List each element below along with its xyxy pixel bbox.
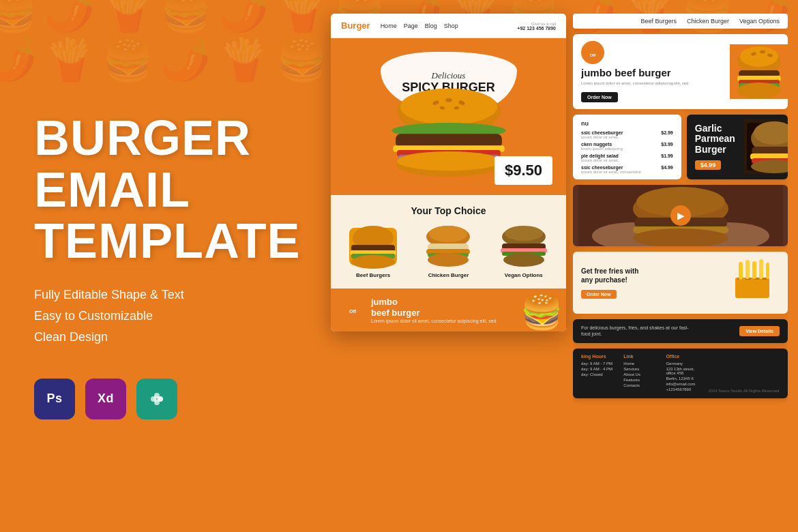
svg-rect-69: [752, 261, 756, 279]
fries-text: Get free fries with any purchase! Order …: [581, 267, 720, 299]
svg-point-24: [351, 255, 395, 269]
menu-item-2: cken nuggets lorem ipsum adipiscing $3.9…: [581, 142, 673, 151]
feature-item-2: Easy to Customizable: [34, 309, 286, 323]
main-title: BURGER EMAIL TEMPLATE: [34, 113, 286, 267]
fries-image: [725, 258, 780, 307]
card-jumbo-desc: Lorem ipsum dolor sit amet, consectetur …: [581, 81, 722, 85]
navbar: Burger Home Page Blog Shop Give us a cal…: [331, 14, 566, 38]
chicken-burger-label: Chicken Burger: [413, 272, 484, 278]
left-panel: BURGER EMAIL TEMPLATE Fully Editable Sha…: [0, 0, 321, 532]
card-garlic-title: Garlic Parmean Burger: [695, 123, 735, 155]
play-icon: ▶: [677, 210, 685, 221]
vegan-burger-img: [497, 224, 551, 269]
card-jumbo: 40% Off jumbo beef burger Lorem ipsum do…: [573, 34, 788, 109]
chicken-burger-img: [421, 224, 475, 269]
footer-col-office-title: Office: [666, 354, 701, 359]
card-jumbo-image: [730, 44, 788, 99]
svg-point-6: [400, 89, 497, 125]
svg-point-4: [154, 400, 160, 405]
svg-point-18: [397, 151, 501, 171]
footer-promo-title: jumbobeef burger: [371, 297, 497, 318]
top-nav-vegan[interactable]: Vegan Options: [739, 18, 780, 25]
card-jumbo-left: 40% Off jumbo beef burger Lorem ipsum do…: [573, 34, 730, 109]
menu-items: ssic cheeseburger ipsum dolor sit amet, …: [581, 130, 673, 174]
svg-point-30: [428, 253, 469, 267]
card-garlic-price: $4.99: [695, 160, 722, 170]
navbar-phone: Give us a call +92 123 456 7890: [517, 21, 556, 31]
footer-col-link: Link Home Services About Us Features Con…: [623, 354, 659, 393]
footer-info: king Hours day: 9 AM - 7 PM day: 9 AM - …: [573, 349, 788, 398]
mockup-left: Burger Home Page Blog Shop Give us a cal…: [331, 14, 566, 331]
footer-promo: 40% Off jumbobeef burger Lorem ipsum dol…: [331, 289, 566, 331]
beef-burger-img: [346, 224, 400, 269]
card-garlic-left: Garlic Parmean Burger $4.99: [687, 117, 743, 177]
footer-burger-emoji: 🍔: [520, 292, 563, 331]
menu-title: nu: [581, 120, 673, 127]
fries-title: Get free fries with any purchase!: [581, 267, 720, 284]
beef-burger-label: Beef Burgers: [338, 272, 409, 278]
footer-col-office: Office Germany 123 13th street, office 4…: [666, 354, 701, 393]
promo-badge: 40% Off: [341, 297, 364, 320]
hero-price: $9.50: [494, 156, 552, 185]
svg-point-36: [503, 253, 544, 267]
top-nav-beef[interactable]: Beef Burgers: [640, 18, 677, 25]
card-garlic-image: [743, 119, 788, 174]
fries-order-btn[interactable]: Order Now: [581, 290, 617, 299]
menu-left: nu ssic cheeseburger ipsum dolor sit ame…: [581, 120, 673, 174]
vegan-burger-label: Vegan Options: [488, 272, 559, 278]
burger-card-chicken: Chicken Burger: [413, 224, 484, 278]
top-choice-title: Your Top Choice: [338, 205, 559, 216]
menu-garlic-row: nu ssic cheeseburger ipsum dolor sit ame…: [573, 115, 788, 179]
nav-shop[interactable]: Shop: [444, 23, 458, 29]
tools-row: Ps Xd: [34, 379, 286, 419]
play-button[interactable]: ▶: [670, 205, 691, 226]
card-details: For delicious burgers, fries, and shakes…: [573, 319, 788, 344]
svg-rect-70: [759, 259, 763, 279]
top-choice-section: Your Top Choice Beef Burgers: [331, 195, 566, 289]
footer-col-hours-title: king Hours: [581, 354, 617, 359]
footer-copyright: 2024 Naxor Studio All Rights Reserved: [709, 389, 780, 393]
hero-section: Delicious SPICY BURGER: [331, 38, 566, 195]
feature-item-3: Clean Design: [34, 330, 286, 344]
menu-item-4: ssic cheeseburger ipsum dolor sit amet, …: [581, 165, 673, 174]
svg-point-8: [445, 98, 452, 102]
card-garlic: Garlic Parmean Burger $4.99: [687, 115, 788, 179]
card-jumbo-badge: 40% Off: [581, 41, 604, 64]
footer-copyright-container: 2024 Naxor Studio All Rights Reserved: [709, 354, 780, 393]
svg-point-38: [740, 46, 778, 67]
svg-point-46: [737, 83, 781, 99]
card-jumbo-btn[interactable]: Order Now: [581, 92, 618, 102]
top-nav-strip: Beef Burgers Chicken Burger Vegan Option…: [573, 14, 788, 29]
footer-promo-desc: Lorem ipsum dolor sit amet, consectetur …: [371, 319, 497, 323]
svg-rect-62: [735, 278, 769, 298]
top-nav-chicken[interactable]: Chicken Burger: [687, 18, 729, 25]
mockup-area: Burger Home Page Blog Shop Give us a cal…: [321, 0, 798, 532]
svg-rect-67: [739, 262, 743, 280]
footer-col-link-title: Link: [623, 354, 659, 359]
card-details-text: For delicious burgers, fries, and shakes…: [581, 325, 690, 338]
burger-card-vegan: Vegan Options: [488, 224, 559, 278]
figma-badge: [136, 379, 177, 419]
adobe-xd-badge: Xd: [85, 379, 126, 419]
burger-card-beef: Beef Burgers: [338, 224, 409, 278]
hero-delicious: Delicious: [432, 70, 466, 81]
photoshop-badge: Ps: [34, 379, 75, 419]
svg-point-26: [429, 226, 467, 242]
menu-item-3: ple delight salad ipsum dolor sit amet, …: [581, 153, 673, 162]
nav-blog[interactable]: Blog: [425, 23, 437, 29]
card-fries: Get free fries with any purchase! Order …: [573, 252, 788, 314]
navbar-brand: Burger: [341, 20, 370, 31]
card-menu: nu ssic cheeseburger ipsum dolor sit ame…: [573, 115, 681, 179]
nav-home[interactable]: Home: [381, 23, 397, 29]
footer-col-hours: king Hours day: 9 AM - 7 PM day: 9 AM - …: [581, 354, 617, 393]
card-jumbo-title: jumbo beef burger: [581, 68, 722, 79]
svg-rect-71: [766, 263, 769, 279]
feature-item-1: Fully Editable Shape & Text: [34, 288, 286, 302]
mockup-right: Beef Burgers Chicken Burger Vegan Option…: [573, 14, 788, 518]
menu-item-1: ssic cheeseburger ipsum dolor sit amet, …: [581, 130, 673, 139]
navbar-links: Home Page Blog Shop: [381, 23, 511, 29]
view-details-btn[interactable]: View Details: [739, 326, 780, 336]
svg-point-40: [760, 50, 765, 53]
features-list: Fully Editable Shape & Text Easy to Cust…: [34, 288, 286, 351]
nav-page[interactable]: Page: [404, 23, 418, 29]
